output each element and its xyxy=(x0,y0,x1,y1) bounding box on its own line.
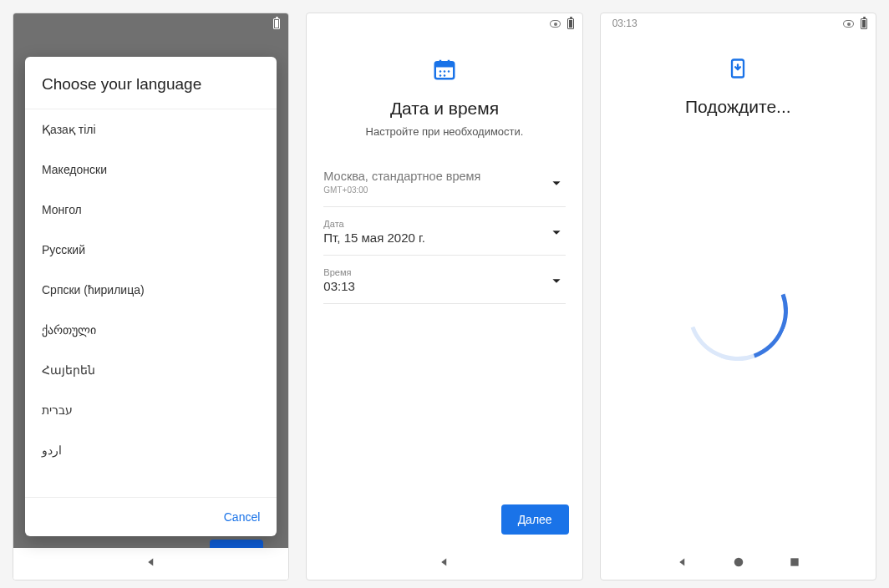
status-bar: 03:13 xyxy=(601,13,876,33)
eye-icon xyxy=(550,20,561,28)
svg-rect-1 xyxy=(435,62,455,67)
svg-point-7 xyxy=(439,74,442,77)
timezone-name: Москва, стандартное время xyxy=(323,170,480,183)
page-subtitle: Настройте при необходимости. xyxy=(323,125,565,138)
header: Подождите... xyxy=(601,33,876,140)
status-bar xyxy=(13,13,288,33)
status-time: 03:13 xyxy=(612,18,638,29)
nav-bar xyxy=(13,548,288,580)
settings-list: Москва, стандартное время GMT+03:00 Дата… xyxy=(307,155,582,307)
modal-title: Choose your language xyxy=(25,57,277,109)
svg-point-6 xyxy=(448,70,450,73)
language-modal: Choose your language Қазақ тілі Македонс… xyxy=(25,57,277,536)
language-list: Қазақ тілі Македонски Монгол Русский Срп… xyxy=(25,109,277,497)
eye-icon xyxy=(843,20,854,28)
language-option[interactable]: Монгол xyxy=(25,190,277,230)
spinner-icon xyxy=(672,244,805,377)
language-option[interactable]: Македонски xyxy=(25,150,277,190)
date-row[interactable]: Дата Пт, 15 мая 2020 г. xyxy=(323,207,565,256)
content-area: Дата и время Настройте при необходимости… xyxy=(307,33,582,548)
chevron-down-icon xyxy=(547,223,566,241)
date-label: Дата xyxy=(323,219,424,229)
battery-icon xyxy=(273,18,280,29)
nav-back-icon[interactable] xyxy=(144,555,159,573)
time-label: Время xyxy=(323,267,355,277)
page-title: Дата и время xyxy=(323,99,565,119)
phone-screen-language: Choose your language Қазақ тілі Македонс… xyxy=(13,13,289,580)
chevron-down-icon xyxy=(547,174,566,192)
language-option[interactable]: ქართული xyxy=(25,310,277,350)
next-button[interactable]: Далее xyxy=(501,504,569,535)
cancel-button[interactable]: Cancel xyxy=(224,510,261,524)
phone-screen-wait: 03:13 Подождите... xyxy=(600,13,876,580)
svg-point-4 xyxy=(439,70,442,73)
content-area: Choose your language Қазақ тілі Македонс… xyxy=(13,33,288,548)
battery-icon xyxy=(567,18,574,29)
time-value: 03:13 xyxy=(323,279,355,293)
nav-home-icon[interactable] xyxy=(731,555,746,573)
loading-spinner xyxy=(688,261,788,361)
nav-back-icon[interactable] xyxy=(437,555,452,573)
svg-point-10 xyxy=(734,558,744,567)
date-value: Пт, 15 мая 2020 г. xyxy=(323,231,424,245)
battery-icon xyxy=(861,18,867,29)
language-option[interactable]: עברית xyxy=(25,390,277,430)
language-option[interactable]: Қазақ тілі xyxy=(25,109,277,150)
language-option[interactable]: Српски (ћирилица) xyxy=(25,270,277,310)
time-row[interactable]: Время 03:13 xyxy=(323,256,565,304)
header: Дата и время Настройте при необходимости… xyxy=(307,33,582,155)
nav-recent-icon[interactable] xyxy=(788,555,801,572)
page-title: Подождите... xyxy=(617,97,859,117)
calendar-icon xyxy=(432,57,457,82)
footer: Далее xyxy=(307,491,582,548)
nav-bar xyxy=(307,548,582,580)
language-option[interactable]: اردو xyxy=(25,430,277,470)
button-peek xyxy=(210,540,263,548)
nav-back-icon[interactable] xyxy=(675,555,690,573)
language-option[interactable]: Հայերեն xyxy=(25,350,277,390)
download-icon xyxy=(726,57,749,80)
nav-bar xyxy=(601,548,876,580)
svg-rect-11 xyxy=(790,558,798,565)
chevron-down-icon xyxy=(547,271,566,290)
timezone-offset: GMT+03:00 xyxy=(323,185,480,195)
language-option[interactable]: Русский xyxy=(25,230,277,270)
content-area: Подождите... xyxy=(601,33,876,548)
phone-screen-datetime: Дата и время Настройте при необходимости… xyxy=(306,13,582,580)
modal-footer: Cancel xyxy=(25,497,277,536)
svg-point-5 xyxy=(444,70,446,73)
status-bar xyxy=(307,13,582,33)
svg-point-8 xyxy=(444,74,446,77)
timezone-row[interactable]: Москва, стандартное время GMT+03:00 xyxy=(323,158,565,207)
